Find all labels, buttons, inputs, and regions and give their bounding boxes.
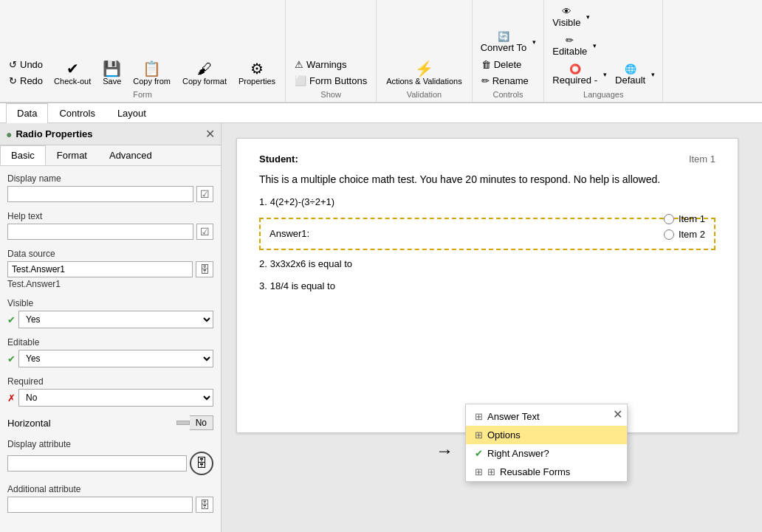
option-1-label: Item 1	[679, 213, 705, 224]
popup-close-button[interactable]: ✕	[613, 407, 622, 421]
popup-item-label-right-answer: Right Answer?	[487, 448, 549, 459]
display-name-label: Display name	[7, 173, 213, 184]
checkout-button[interactable]: ✔ Check-out	[49, 58, 96, 89]
radio-options: Item 1 Item 2	[664, 213, 705, 240]
redo-button[interactable]: ↻ Redo	[4, 73, 47, 89]
validation-group-label: Validation	[381, 89, 467, 99]
main-layout: ● Radio Properties ✕ Basic Format Advanc…	[0, 123, 762, 532]
toolbar-group-controls: 🔄 Convert To ▾ 🗑 Delete ✏ Rename Control…	[473, 0, 545, 102]
convert-to-button[interactable]: 🔄 Convert To	[477, 28, 531, 56]
convert-to-arrow[interactable]: ▾	[530, 35, 539, 49]
data-source-label: Data source	[7, 249, 213, 259]
warnings-button[interactable]: ⚠ Warnings	[290, 57, 371, 72]
form-buttons-button[interactable]: ⬜ Form Buttons	[290, 73, 371, 89]
table-icon-3: ⊞	[475, 466, 483, 477]
visible-arrow[interactable]: ▾	[584, 10, 593, 24]
question-1: 1. 4(2+2)-(3÷2+1)	[259, 196, 715, 207]
panel-close-button[interactable]: ✕	[205, 127, 215, 141]
tab-controls[interactable]: Controls	[48, 103, 106, 122]
editable-arrow[interactable]: ▾	[591, 39, 600, 52]
answer-box: Answer1: Item 1 Item 2	[259, 218, 715, 250]
additional-attribute-input[interactable]	[7, 497, 193, 513]
copy-format-icon: 🖌	[197, 61, 212, 77]
editable-select[interactable]: Yes No	[18, 350, 213, 367]
required-arrow[interactable]: ▾	[601, 68, 610, 81]
default-icon: 🌐	[625, 63, 636, 75]
popup-item-reusable-forms[interactable]: ⊞ ⊞ Reusable Forms	[466, 463, 627, 481]
radio-option-1[interactable]: Item 1	[664, 213, 705, 224]
properties-icon: ⚙	[250, 61, 264, 77]
database-icon: 🗄	[196, 457, 207, 470]
data-source-icon[interactable]: 🗄	[196, 261, 213, 277]
data-source-value: Test.Answer1	[7, 279, 213, 289]
display-attribute-input[interactable]	[7, 455, 187, 471]
visible-select[interactable]: Yes No	[18, 311, 213, 328]
actions-validations-button[interactable]: ⚡ Actions & Validations	[381, 58, 467, 89]
popup-item-answer-text[interactable]: ⊞ Answer Text	[466, 407, 627, 426]
default-button[interactable]: 🌐 Default	[611, 61, 649, 89]
display-name-icon[interactable]: ☑	[196, 186, 213, 202]
display-attribute-field: Display attribute 🗄	[7, 439, 213, 475]
check-icon-right: ✔	[475, 448, 483, 459]
actions-label: Actions & Validations	[386, 77, 462, 86]
visible-field-label: Visible	[7, 298, 213, 308]
toolbar-group-show: ⚠ Warnings ⬜ Form Buttons Show	[286, 0, 377, 102]
properties-button[interactable]: ⚙ Properties	[233, 58, 281, 89]
display-attribute-icon-btn[interactable]: 🗄	[190, 452, 213, 475]
question-2: 2. 3x3x2x6 is equal to	[259, 258, 715, 269]
answer-label: Answer1:	[270, 228, 309, 239]
arrow-indicator: →	[436, 441, 453, 461]
copy-from-button[interactable]: 📋 Copy from	[128, 58, 176, 89]
actions-icon: ⚡	[415, 61, 433, 77]
undo-button[interactable]: ↺ Undo	[4, 57, 47, 72]
content-area: Student: Item 1 This is a multiple choic…	[222, 123, 762, 532]
panel-tab-advanced[interactable]: Advanced	[98, 145, 163, 165]
popup-item-right-answer[interactable]: ✔ Right Answer?	[466, 444, 627, 463]
item1-label: Item 1	[689, 153, 715, 165]
delete-button[interactable]: 🗑 Delete	[477, 57, 540, 72]
data-source-input[interactable]	[7, 261, 193, 277]
properties-label: Properties	[238, 77, 275, 86]
undo-redo-group: ↺ Undo ↻ Redo	[4, 57, 47, 89]
tab-layout[interactable]: Layout	[106, 103, 157, 122]
form-buttons-icon: ⬜	[295, 75, 306, 86]
additional-attribute-icon[interactable]: 🗄	[196, 497, 213, 513]
required-button[interactable]: ⭕ Required -	[549, 61, 601, 89]
controls-vert: 🔄 Convert To ▾ 🗑 Delete ✏ Rename	[477, 28, 540, 89]
controls-group-label: Controls	[477, 89, 540, 99]
warnings-icon: ⚠	[295, 59, 303, 70]
student-label: Student:	[259, 153, 298, 165]
display-name-input[interactable]	[7, 186, 193, 202]
q3-number: 3.	[259, 280, 267, 291]
undo-label: Undo	[20, 59, 43, 70]
visible-field: Visible ✔ Yes No	[7, 298, 213, 328]
tab-data[interactable]: Data	[6, 103, 48, 123]
popup-item-label-reusable: Reusable Forms	[500, 466, 570, 477]
additional-attribute-field: Additional attribute 🗄	[7, 484, 213, 513]
toggle-no-btn[interactable]: No	[190, 415, 213, 430]
panel-tab-format[interactable]: Format	[46, 145, 98, 165]
default-arrow[interactable]: ▾	[649, 68, 658, 81]
radio-option-2[interactable]: Item 2	[664, 229, 705, 240]
required-icon: ⭕	[569, 63, 581, 75]
panel-title-text: Radio Properties	[16, 128, 92, 139]
rename-button[interactable]: ✏ Rename	[477, 73, 540, 89]
convert-to-icon: 🔄	[498, 31, 509, 42]
panel-tab-basic[interactable]: Basic	[0, 145, 46, 165]
convert-to-split: 🔄 Convert To ▾	[477, 28, 540, 56]
visible-button[interactable]: 👁 Visible	[549, 3, 584, 31]
toggle-off-btn[interactable]	[176, 421, 190, 425]
copy-format-button[interactable]: 🖌 Copy format	[177, 58, 232, 89]
save-button[interactable]: 💾 Save	[97, 58, 126, 89]
help-text-input[interactable]	[7, 224, 193, 240]
editable-button[interactable]: ✏ Editable	[549, 32, 591, 60]
help-text-icon[interactable]: ☑	[196, 224, 213, 240]
visible-split: 👁 Visible ▾	[549, 3, 610, 31]
left-panel: ● Radio Properties ✕ Basic Format Advanc…	[0, 123, 222, 532]
table-icon-2: ⊞	[475, 429, 483, 441]
redo-label: Redo	[20, 75, 43, 86]
required-select[interactable]: No Yes	[18, 389, 213, 407]
popup-item-options[interactable]: ⊞ Options	[466, 426, 627, 444]
copy-format-label: Copy format	[182, 77, 227, 86]
horizontal-field: Horizontal No	[7, 415, 213, 430]
